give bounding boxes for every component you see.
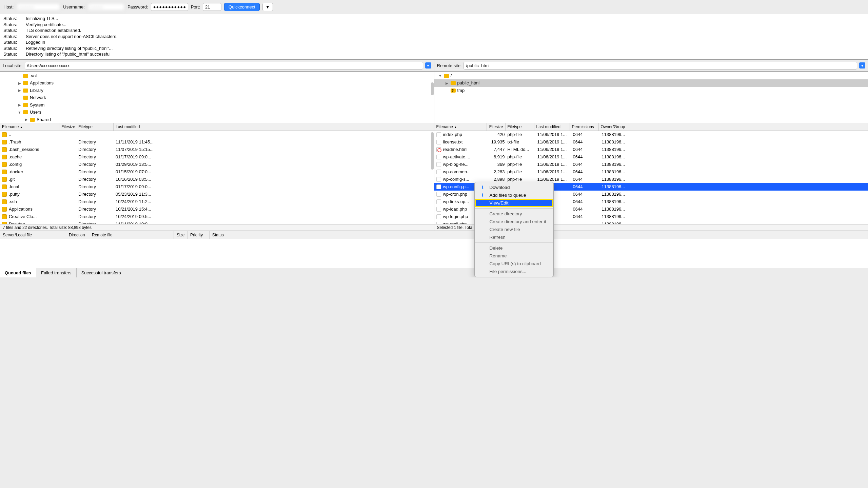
file-icon: [436, 199, 441, 204]
tree-item[interactable]: tmp: [434, 87, 868, 94]
tab-successful[interactable]: Successful transfers: [77, 268, 126, 277]
separator: [475, 242, 553, 243]
file-modified: 10/21/2019 15:4...: [116, 206, 432, 213]
file-permissions: 0644: [573, 168, 602, 176]
file-row[interactable]: .localDirectory01/17/2019 09:0...: [0, 183, 434, 191]
file-row[interactable]: index.php420php-file11/06/2019 1...06441…: [434, 131, 868, 138]
disclosure-icon[interactable]: ▼: [438, 73, 442, 78]
tree-item[interactable]: ▶Applications: [0, 79, 434, 87]
ctx-create-directory-enter[interactable]: Create directory and enter it: [475, 218, 553, 226]
tab-failed[interactable]: Failed transfers: [36, 268, 77, 277]
disclosure-icon[interactable]: ▶: [18, 88, 21, 93]
file-row[interactable]: .puttyDirectory05/23/2019 11:3...: [0, 191, 434, 198]
folder-icon: [23, 89, 28, 93]
file-row[interactable]: ApplicationsDirectory10/21/2019 15:4...: [0, 206, 434, 213]
file-row[interactable]: wp-commen..2,283php-file11/06/2019 1...0…: [434, 168, 868, 176]
folder-icon: [2, 177, 7, 182]
file-row[interactable]: DesktopDirectory11/11/2019 10:0...: [0, 220, 434, 224]
file-type: Directory: [78, 161, 116, 168]
remote-tree[interactable]: ▼/▶public_htmltmp: [434, 72, 868, 123]
username-label: Username:: [63, 4, 85, 9]
file-modified: 11/06/2019 1...: [537, 153, 573, 161]
disclosure-icon[interactable]: ▶: [24, 117, 28, 122]
file-type: Directory: [78, 168, 116, 176]
tree-item[interactable]: ▼/: [434, 72, 868, 80]
tree-item[interactable]: ▶Shared: [0, 116, 434, 123]
file-name: Creative Clo...: [9, 213, 61, 220]
ctx-create-new-file[interactable]: Create new file: [475, 226, 553, 233]
file-type: php-file: [508, 168, 537, 176]
file-icon: [436, 177, 441, 182]
file-row[interactable]: license.txt19,935txt-file11/06/2019 1...…: [434, 138, 868, 146]
quickconnect-button[interactable]: Quickconnect: [224, 3, 260, 11]
log-label: Status:: [3, 16, 20, 22]
file-size: 420: [489, 131, 508, 138]
tree-item[interactable]: Network: [0, 94, 434, 101]
ctx-refresh[interactable]: Refresh: [475, 233, 553, 241]
disclosure-icon[interactable]: ▶: [18, 102, 21, 108]
file-row[interactable]: .dockerDirectory01/15/2019 07:0...: [0, 168, 434, 176]
file-row[interactable]: .gitDirectory10/16/2019 03:5...: [0, 176, 434, 183]
tab-queued[interactable]: Queued files: [0, 268, 36, 277]
local-path-dropdown[interactable]: ▼: [425, 62, 431, 69]
file-type: HTML do...: [508, 146, 537, 153]
ctx-file-permissions[interactable]: File permissions...: [475, 268, 553, 275]
disclosure-icon[interactable]: ▼: [18, 110, 21, 115]
tree-item[interactable]: ▶Library: [0, 87, 434, 94]
ctx-create-directory[interactable]: Create directory: [475, 210, 553, 218]
folder-icon: [451, 81, 456, 85]
file-row[interactable]: ..: [0, 131, 434, 138]
file-row[interactable]: .configDirectory01/29/2019 13:5...: [0, 161, 434, 168]
scrollbar-thumb[interactable]: [431, 132, 434, 170]
separator: [475, 208, 553, 209]
file-row[interactable]: readme.html7,447HTML do...11/06/2019 1..…: [434, 146, 868, 153]
log-label: Status:: [3, 51, 20, 57]
tree-item[interactable]: .vol: [0, 72, 434, 80]
password-input[interactable]: [151, 3, 188, 11]
tree-item[interactable]: ▶System: [0, 101, 434, 109]
local-path-input[interactable]: [25, 62, 423, 70]
queue-header[interactable]: Server/Local file Direction Remote file …: [0, 231, 868, 239]
file-row[interactable]: .cacheDirectory01/17/2019 09:0...: [0, 153, 434, 161]
file-row[interactable]: Creative Clo...Directory10/24/2019 09:5.…: [0, 213, 434, 220]
file-row[interactable]: .TrashDirectory11/11/2019 11:45...: [0, 138, 434, 146]
file-icon: [436, 214, 441, 219]
ctx-copy-url[interactable]: Copy URL(s) to clipboard: [475, 260, 553, 268]
ctx-rename[interactable]: Rename: [475, 252, 553, 260]
quickconnect-history-button[interactable]: ▼: [262, 3, 273, 11]
remote-path-input[interactable]: [463, 62, 857, 70]
disclosure-icon[interactable]: ▶: [18, 81, 21, 86]
ctx-download[interactable]: ⬇Download: [475, 183, 553, 191]
file-row[interactable]: .bash_sessionsDirectory11/07/2019 15:15.…: [0, 146, 434, 153]
disclosure-icon[interactable]: ▶: [445, 81, 449, 86]
remote-list-header[interactable]: Filename▲ Filesize Filetype Last modifie…: [434, 123, 868, 131]
log-label: Status:: [3, 27, 20, 34]
local-list-header[interactable]: Filename▲ Filesize Filetype Last modifie…: [0, 123, 434, 131]
folder-icon: [2, 147, 7, 152]
username-input[interactable]: [87, 3, 125, 11]
file-permissions: 0644: [573, 138, 602, 146]
file-row[interactable]: .sshDirectory10/24/2019 11:2...: [0, 198, 434, 206]
file-size: 19,935: [489, 138, 508, 146]
port-input[interactable]: [203, 3, 221, 11]
file-name: .docker: [9, 168, 61, 176]
tree-item[interactable]: ▼Users: [0, 109, 434, 116]
password-label: Password:: [127, 4, 148, 9]
tree-item[interactable]: ▶public_html: [434, 79, 868, 87]
transfer-queue[interactable]: [0, 239, 868, 268]
scrollbar-thumb[interactable]: [431, 82, 434, 95]
file-name: .git: [9, 176, 61, 183]
remote-path-dropdown[interactable]: ▼: [859, 62, 865, 69]
file-row[interactable]: wp-activate....6,919php-file11/06/2019 1…: [434, 153, 868, 161]
host-input[interactable]: [16, 3, 60, 11]
local-file-list[interactable]: ...TrashDirectory11/11/2019 11:45....bas…: [0, 131, 434, 224]
ctx-delete[interactable]: Delete: [475, 244, 553, 252]
file-type: Directory: [78, 176, 116, 183]
file-row[interactable]: wp-blog-he...369php-file11/06/2019 1...0…: [434, 161, 868, 168]
download-icon: ⬇: [481, 185, 485, 190]
local-tree[interactable]: .vol▶Applications▶LibraryNetwork▶System▼…: [0, 72, 434, 123]
file-modified: 11/06/2019 1...: [537, 146, 573, 153]
ctx-add-to-queue[interactable]: ⬇Add files to queue: [475, 191, 553, 199]
ctx-view-edit[interactable]: View/Edit: [475, 199, 553, 207]
file-icon: [436, 207, 441, 212]
